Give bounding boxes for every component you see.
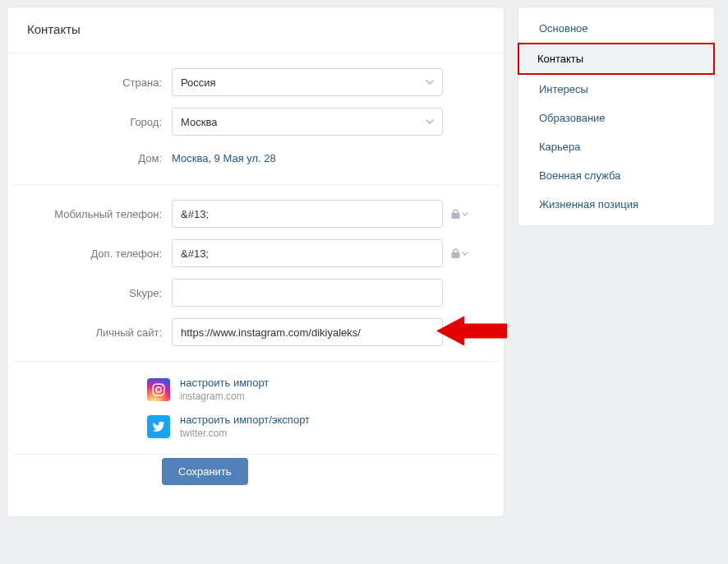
home-address-link[interactable]: Москва, 9 Мая ул. 28 [172, 147, 443, 169]
website-label: Личный сайт: [32, 326, 172, 339]
city-select[interactable]: Москва [172, 108, 443, 136]
svg-point-2 [156, 387, 161, 392]
city-value: Москва [181, 116, 217, 128]
skype-label: Skype: [32, 287, 172, 299]
integration-twitter: настроить импорт/экспорт twitter.com [32, 414, 479, 439]
section-contacts: Мобильный телефон: Доп. телефон: [12, 185, 499, 362]
save-button[interactable]: Сохранить [162, 458, 248, 485]
country-label: Страна: [32, 76, 172, 89]
instagram-icon [147, 378, 170, 401]
twitter-import-link[interactable]: настроить импорт/экспорт [180, 414, 310, 426]
sidebar-item-6[interactable]: Жизненная позиция [518, 190, 714, 219]
svg-marker-0 [436, 317, 507, 346]
twitter-domain: twitter.com [180, 428, 310, 439]
chevron-down-icon [426, 78, 434, 86]
sidebar-item-3[interactable]: Образование [518, 104, 714, 132]
sidebar-item-1[interactable]: Контакты [518, 43, 715, 75]
mobile-label: Мобильный телефон: [32, 208, 172, 220]
section-integrations: настроить импорт instagram.com настроить… [12, 362, 499, 455]
main-panel: Контакты Страна: Россия Город: [7, 7, 505, 517]
lock-icon [451, 209, 460, 220]
privacy-toggle[interactable] [451, 248, 468, 259]
skype-input[interactable] [172, 279, 443, 307]
chevron-down-icon [462, 212, 468, 216]
arrow-annotation [436, 313, 507, 352]
instagram-import-link[interactable]: настроить импорт [180, 377, 269, 389]
svg-rect-1 [153, 384, 164, 395]
alt-phone-input[interactable] [172, 239, 443, 267]
svg-point-3 [161, 386, 163, 387]
sidebar-item-5[interactable]: Военная служба [518, 161, 714, 190]
mobile-input[interactable] [172, 200, 443, 228]
lock-icon [451, 248, 460, 259]
page-title: Контакты [7, 7, 504, 53]
twitter-icon [147, 415, 170, 438]
country-select[interactable]: Россия [172, 68, 443, 96]
city-label: Город: [32, 116, 172, 128]
sidebar-item-4[interactable]: Карьера [518, 132, 714, 161]
section-location: Страна: Россия Город: Москва [12, 53, 499, 185]
chevron-down-icon [426, 118, 434, 126]
country-value: Россия [181, 76, 216, 89]
alt-phone-label: Доп. телефон: [32, 247, 172, 260]
website-input[interactable] [172, 318, 443, 346]
privacy-toggle[interactable] [451, 209, 468, 220]
instagram-domain: instagram.com [180, 391, 269, 402]
sidebar-nav: ОсновноеКонтактыИнтересыОбразованиеКарье… [518, 7, 715, 226]
integration-instagram: настроить импорт instagram.com [32, 377, 479, 402]
home-label: Дом: [32, 152, 172, 164]
section-actions: Сохранить [12, 455, 499, 500]
sidebar-item-0[interactable]: Основное [518, 14, 714, 43]
chevron-down-icon [462, 252, 468, 256]
sidebar-item-2[interactable]: Интересы [518, 75, 714, 104]
